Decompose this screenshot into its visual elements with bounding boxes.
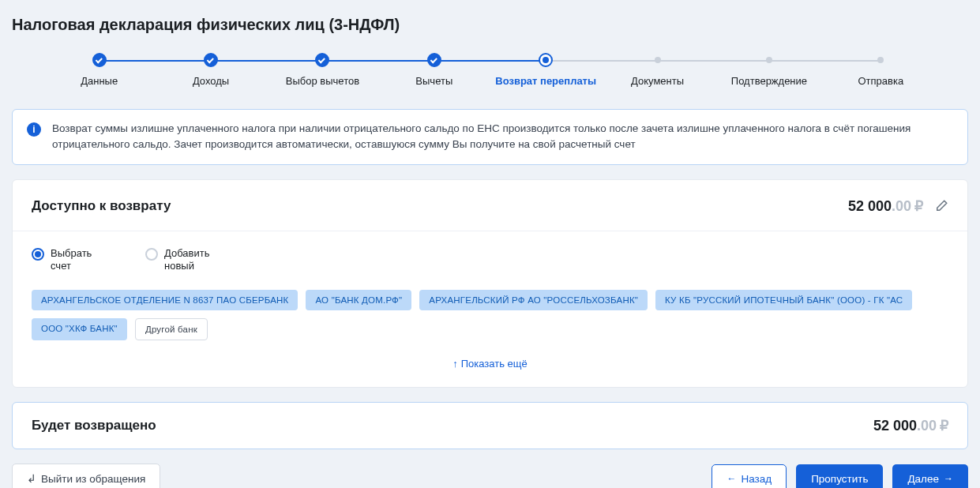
step-2[interactable]: Выбор вычетов bbox=[267, 53, 378, 87]
returned-amount: 52 000.00₽ bbox=[873, 417, 948, 434]
bank-chip[interactable]: ООО "ХКФ БАНК" bbox=[32, 318, 127, 340]
next-button[interactable]: Далее → bbox=[892, 464, 968, 489]
step-line bbox=[546, 60, 657, 62]
amount-int: 52 000 bbox=[848, 198, 892, 214]
bank-chip[interactable]: АРХАНГЕЛЬСКИЙ РФ АО "РОССЕЛЬХОЗБАНК" bbox=[419, 290, 648, 310]
step-3[interactable]: Вычеты bbox=[378, 53, 490, 87]
step-line bbox=[434, 60, 546, 62]
step-dot-icon bbox=[539, 53, 553, 67]
check-icon bbox=[315, 53, 329, 67]
step-label: Вычеты bbox=[415, 75, 452, 87]
check-icon bbox=[92, 53, 107, 67]
step-4[interactable]: Возврат переплаты bbox=[490, 53, 602, 87]
step-line bbox=[658, 60, 769, 62]
info-banner: i Возврат суммы излишне уплаченного нало… bbox=[12, 109, 968, 165]
show-more-link[interactable]: ↑Показать ещё bbox=[32, 358, 948, 370]
radio-label: Выбрать счет bbox=[51, 247, 114, 273]
available-amount: 52 000.00₽ bbox=[848, 197, 948, 215]
radio-add-new[interactable]: Добавить новый bbox=[145, 247, 227, 273]
exit-label: Выйти из обращения bbox=[41, 473, 145, 485]
bank-chip[interactable]: АРХАНГЕЛЬСКОЕ ОТДЕЛЕНИЕ N 8637 ПАО СБЕРБ… bbox=[32, 290, 298, 310]
footer: ↲ Выйти из обращения ← Назад Пропустить … bbox=[12, 464, 968, 488]
step-1[interactable]: Доходы bbox=[155, 53, 266, 87]
bank-chip[interactable]: КУ КБ "РУССКИЙ ИПОТЕЧНЫЙ БАНК" (ООО) - Г… bbox=[655, 290, 912, 310]
step-dot-icon bbox=[655, 57, 661, 63]
radio-select-account[interactable]: Выбрать счет bbox=[32, 247, 114, 273]
check-icon bbox=[427, 53, 441, 67]
step-label: Выбор вычетов bbox=[286, 75, 359, 87]
bank-chip[interactable]: АО "БАНК ДОМ.РФ" bbox=[306, 290, 411, 310]
amount-dec: .00 bbox=[892, 198, 911, 214]
available-card: Доступно к возврату 52 000.00₽ Выбрать с… bbox=[12, 179, 968, 389]
returned-card: Будет возвращено 52 000.00₽ bbox=[12, 402, 968, 449]
chevron-left-icon: ← bbox=[727, 473, 736, 484]
divider bbox=[13, 231, 967, 231]
amount-int: 52 000 bbox=[873, 418, 917, 434]
step-7[interactable]: Отправка bbox=[825, 53, 937, 87]
step-label: Возврат переплаты bbox=[495, 75, 596, 87]
radio-dot-icon bbox=[145, 248, 158, 261]
bank-chip-other[interactable]: Другой банк bbox=[135, 318, 208, 340]
step-label: Данные bbox=[81, 75, 118, 87]
skip-button[interactable]: Пропустить bbox=[796, 464, 883, 489]
info-icon: i bbox=[27, 122, 41, 137]
exit-icon: ↲ bbox=[27, 472, 36, 485]
show-more-label: Показать ещё bbox=[461, 358, 528, 370]
stepper: ДанныеДоходыВыбор вычетовВычетыВозврат п… bbox=[43, 53, 937, 87]
step-dot-icon bbox=[766, 57, 772, 63]
radio-label: Добавить новый bbox=[164, 247, 227, 273]
info-text: Возврат суммы излишне уплаченного налога… bbox=[52, 121, 953, 153]
step-line bbox=[322, 60, 434, 62]
step-line bbox=[100, 60, 211, 62]
step-line bbox=[769, 60, 880, 62]
back-label: Назад bbox=[741, 473, 772, 485]
back-button[interactable]: ← Назад bbox=[712, 464, 787, 489]
check-icon bbox=[204, 53, 218, 67]
chevron-right-icon: → bbox=[944, 473, 953, 484]
amount-currency: ₽ bbox=[914, 198, 923, 214]
arrow-up-icon: ↑ bbox=[452, 358, 458, 370]
step-6[interactable]: Подтверждение bbox=[713, 53, 824, 87]
step-label: Подтверждение bbox=[731, 75, 807, 87]
step-5[interactable]: Документы bbox=[602, 53, 713, 87]
step-label: Документы bbox=[631, 75, 684, 87]
exit-button[interactable]: ↲ Выйти из обращения bbox=[12, 464, 160, 488]
step-line bbox=[211, 60, 322, 62]
step-label: Отправка bbox=[858, 75, 903, 87]
amount-dec: .00 bbox=[917, 418, 937, 434]
returned-title: Будет возвращено bbox=[32, 418, 156, 434]
step-dot-icon bbox=[877, 57, 884, 63]
available-title: Доступно к возврату bbox=[32, 198, 171, 214]
page-title: Налоговая декларация физических лиц (3-Н… bbox=[12, 16, 968, 34]
amount-currency: ₽ bbox=[940, 418, 948, 434]
edit-icon[interactable] bbox=[934, 199, 948, 213]
account-mode-radios: Выбрать счет Добавить новый bbox=[32, 247, 948, 273]
step-0[interactable]: Данные bbox=[43, 53, 155, 87]
bank-list: АРХАНГЕЛЬСКОЕ ОТДЕЛЕНИЕ N 8637 ПАО СБЕРБ… bbox=[32, 290, 948, 340]
skip-label: Пропустить bbox=[811, 473, 868, 485]
next-label: Далее bbox=[907, 473, 939, 485]
step-label: Доходы bbox=[193, 75, 229, 87]
radio-dot-icon bbox=[32, 248, 44, 261]
